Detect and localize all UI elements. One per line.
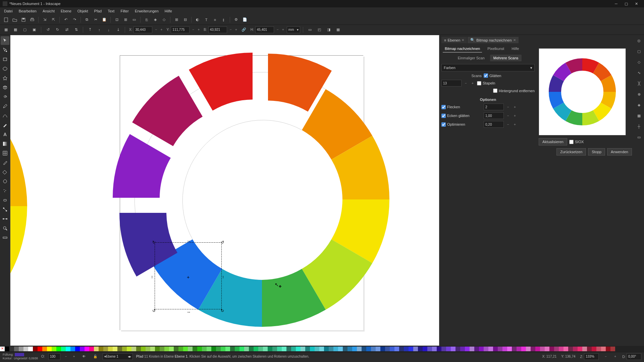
stroke-value[interactable]: Ungesetzt <box>14 357 28 360</box>
measure-tool[interactable] <box>1 233 9 242</box>
palette-swatch[interactable] <box>564 347 568 351</box>
reset-button[interactable]: Zurücksetzen <box>556 148 586 156</box>
export-button[interactable]: ⇱ <box>49 16 57 24</box>
optimize-check[interactable]: Optimieren <box>441 122 482 127</box>
menu-text[interactable]: Text <box>105 8 117 14</box>
palette-swatch[interactable] <box>362 347 366 351</box>
palette-swatch[interactable] <box>409 347 413 351</box>
speckles-input[interactable] <box>484 104 504 110</box>
y-input[interactable] <box>171 26 190 33</box>
palette-swatch[interactable] <box>376 347 380 351</box>
palette-swatch[interactable] <box>258 347 263 351</box>
palette-swatch[interactable] <box>601 347 606 351</box>
palette-swatch[interactable] <box>9 347 14 351</box>
palette-swatch[interactable] <box>42 347 47 351</box>
deselect-button[interactable]: ▢ <box>21 26 29 34</box>
palette-swatch[interactable] <box>52 347 56 351</box>
subtab-help[interactable]: Hilfe <box>509 45 521 53</box>
palette-swatch[interactable] <box>244 347 249 351</box>
palette-swatch[interactable] <box>291 347 296 351</box>
transform-gradient-button[interactable]: ◨ <box>325 26 333 34</box>
open-button[interactable] <box>11 16 19 24</box>
layer-select[interactable]: ▾ Ebene 1 ◂▸ <box>103 353 133 360</box>
palette-swatch[interactable] <box>197 347 202 351</box>
palette-swatch[interactable] <box>239 347 244 351</box>
print-button[interactable] <box>28 16 36 24</box>
palette-swatch[interactable] <box>488 347 493 351</box>
palette-swatch[interactable] <box>113 347 117 351</box>
opacity-inc[interactable]: + <box>72 354 76 360</box>
menu-help[interactable]: Hilfe <box>162 8 175 14</box>
palette-swatch[interactable] <box>150 347 155 351</box>
palette-swatch[interactable] <box>136 347 141 351</box>
stop-button[interactable]: Stopp <box>588 148 605 156</box>
y-dec[interactable]: − <box>191 27 196 33</box>
lower-button[interactable]: ↓ <box>105 26 113 34</box>
ungroup-button[interactable]: ⊟ <box>181 16 189 24</box>
tab-trace-bitmap[interactable]: 🔍 Bitmap nachzeichnen ✕ <box>468 37 518 43</box>
palette-swatch[interactable] <box>268 347 272 351</box>
palette-swatch[interactable] <box>333 347 338 351</box>
close-button[interactable]: ✕ <box>631 0 641 7</box>
select-all-layers-button[interactable]: ▦ <box>2 26 10 34</box>
snap-center[interactable]: ⊕ <box>635 90 643 99</box>
palette-swatch[interactable] <box>493 347 498 351</box>
palette-swatch[interactable] <box>108 347 113 351</box>
palette-swatch[interactable] <box>592 347 596 351</box>
palette-swatch[interactable] <box>470 347 474 351</box>
palette-swatch[interactable] <box>366 347 371 351</box>
palette-swatch[interactable] <box>418 347 423 351</box>
palette-swatch[interactable] <box>28 347 33 351</box>
transform-stroke-button[interactable]: ▭ <box>306 26 314 34</box>
palette-swatch[interactable] <box>127 347 131 351</box>
lpe-tool[interactable] <box>1 215 9 223</box>
menu-object[interactable]: Objekt <box>75 8 91 14</box>
palette-swatch[interactable] <box>103 347 108 351</box>
palette-swatch[interactable] <box>188 347 193 351</box>
text-dialog-button[interactable]: T <box>202 16 210 24</box>
align-button[interactable]: ⫿ <box>220 16 228 24</box>
pencil-tool[interactable] <box>1 102 9 111</box>
palette-swatch[interactable] <box>517 347 521 351</box>
palette-swatch[interactable] <box>404 347 409 351</box>
handle-rotate-tr[interactable]: ↺ <box>221 240 224 243</box>
snap-path[interactable]: ∿ <box>635 68 643 77</box>
palette-swatch[interactable] <box>75 347 80 351</box>
palette-swatch[interactable] <box>484 347 488 351</box>
color-palette[interactable]: ✕ <box>0 346 644 352</box>
palette-swatch[interactable] <box>371 347 376 351</box>
duplicate-button[interactable]: ⎘ <box>143 16 151 24</box>
palette-swatch[interactable] <box>338 347 343 351</box>
palette-swatch[interactable] <box>164 347 169 351</box>
star-tool[interactable] <box>1 74 9 82</box>
palette-swatch[interactable] <box>596 347 601 351</box>
zoom-input[interactable] <box>584 353 599 360</box>
palette-swatch[interactable] <box>56 347 61 351</box>
palette-swatch[interactable] <box>394 347 399 351</box>
palette-swatch[interactable] <box>451 347 455 351</box>
palette-swatch[interactable] <box>70 347 75 351</box>
redo-button[interactable]: ↷ <box>70 16 78 24</box>
palette-swatch[interactable] <box>587 347 592 351</box>
palette-swatch[interactable] <box>282 347 286 351</box>
palette-swatch[interactable] <box>23 347 28 351</box>
node-tool[interactable] <box>1 46 9 54</box>
palette-swatch[interactable] <box>211 347 216 351</box>
siox-check[interactable]: SIOX <box>569 140 584 144</box>
rotate-ccw-button[interactable]: ↺ <box>44 26 52 34</box>
palette-swatch[interactable] <box>573 347 578 351</box>
maximize-button[interactable]: ▢ <box>621 0 631 7</box>
palette-swatch[interactable] <box>80 347 85 351</box>
palette-swatch[interactable] <box>94 347 99 351</box>
palette-swatch[interactable] <box>329 347 333 351</box>
clone-button[interactable]: ◈ <box>151 16 159 24</box>
optimize-dec[interactable]: − <box>506 121 511 127</box>
snap-toggle[interactable]: ◎ <box>635 36 643 45</box>
palette-swatch[interactable] <box>521 347 526 351</box>
group-button[interactable]: ⊞ <box>172 16 180 24</box>
palette-swatch[interactable] <box>178 347 183 351</box>
bezier-tool[interactable] <box>1 111 9 120</box>
zoom-drawing-button[interactable]: ⊞ <box>121 16 129 24</box>
palette-swatch[interactable] <box>540 347 545 351</box>
zoom-selection-button[interactable]: ⊡ <box>113 16 121 24</box>
